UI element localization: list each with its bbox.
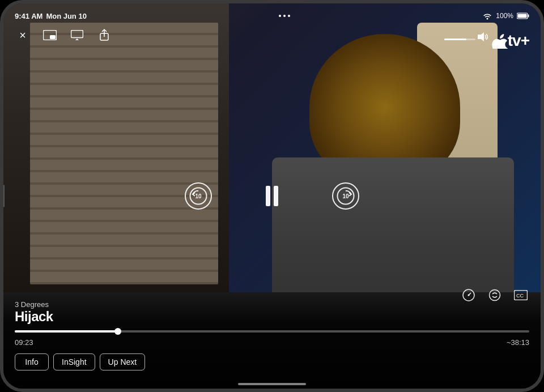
dot-2 — [283, 15, 286, 17]
info-button[interactable]: Info — [15, 353, 49, 370]
progress-fill — [15, 330, 118, 333]
svg-text:10: 10 — [195, 193, 202, 199]
svg-rect-2 — [518, 14, 527, 18]
svg-point-15 — [468, 295, 470, 296]
status-icons: 100% — [482, 12, 529, 20]
audio-icon — [488, 289, 501, 301]
rewind-icon: 10 — [189, 187, 207, 205]
pip-button[interactable] — [42, 27, 58, 43]
volume-button[interactable] — [477, 32, 490, 45]
svg-text:10: 10 — [342, 193, 349, 199]
close-button[interactable]: × — [15, 27, 31, 43]
volume-bar[interactable] — [444, 39, 475, 40]
share-button[interactable] — [96, 27, 112, 43]
time-current: 09:23 — [15, 338, 33, 347]
pause-icon — [266, 186, 278, 206]
home-indicator — [238, 383, 306, 385]
time-labels: 09:23 ~38:13 — [3, 336, 541, 349]
pause-bar-right — [274, 186, 278, 206]
time-row: 09:23 ~38:13 — [3, 336, 541, 349]
forward-icon: 10 — [337, 187, 355, 205]
status-date: Mon Jun 10 — [46, 12, 87, 20]
volume-fill — [444, 39, 466, 40]
status-bar: 9:41 AM Mon Jun 10 100% — [3, 3, 541, 24]
bottom-overlay: 3 Degrees Hijack 09:23 ~38:13 — [3, 293, 541, 389]
time-remaining: ~38:13 — [507, 338, 529, 347]
airplay-button[interactable] — [69, 27, 85, 43]
progress-bar[interactable] — [15, 330, 529, 333]
svg-marker-9 — [478, 32, 484, 41]
bottom-right-controls: CC — [460, 287, 529, 304]
captions-button[interactable]: CC — [512, 287, 529, 304]
wifi-icon — [482, 12, 492, 20]
speed-button[interactable] — [460, 287, 477, 304]
airplay-icon — [71, 30, 83, 40]
share-icon — [99, 29, 110, 41]
pause-bar-left — [266, 186, 270, 206]
rewind-button[interactable]: 10 — [185, 182, 212, 210]
scene-blind — [30, 23, 218, 284]
battery-icon — [517, 12, 529, 19]
speed-icon — [462, 288, 475, 302]
up-next-button[interactable]: Up Next — [100, 353, 146, 370]
battery-percentage: 100% — [496, 12, 513, 20]
pip-icon — [43, 30, 57, 40]
pause-button[interactable] — [257, 181, 287, 211]
svg-text:CC: CC — [516, 293, 524, 299]
svg-marker-6 — [74, 39, 80, 40]
progress-thumb — [114, 328, 121, 335]
show-title: Hijack — [15, 309, 529, 325]
audio-button[interactable] — [486, 287, 503, 304]
dot-1 — [279, 15, 281, 17]
top-controls: × — [3, 27, 541, 43]
status-dots — [279, 15, 290, 17]
appletv-logo: tv+ — [492, 32, 529, 50]
volume-icon — [477, 32, 490, 42]
dot-3 — [288, 15, 290, 17]
svg-point-16 — [490, 290, 500, 301]
side-notch — [2, 185, 5, 207]
action-buttons: Info InSight Up Next — [3, 349, 541, 377]
status-time: 9:41 AM — [15, 12, 42, 20]
progress-container[interactable] — [3, 327, 541, 336]
captions-icon: CC — [514, 290, 528, 300]
forward-button[interactable]: 10 — [332, 182, 359, 210]
appletv-text: tv+ — [508, 32, 529, 50]
apple-icon — [492, 33, 508, 49]
device-frame: 9:41 AM Mon Jun 10 100% × — [0, 0, 544, 392]
top-left-controls: × — [15, 27, 112, 43]
insight-button[interactable]: InSight — [53, 353, 95, 370]
center-controls: 10 10 — [185, 181, 359, 211]
svg-rect-4 — [50, 35, 56, 39]
show-episode: 3 Degrees — [15, 300, 529, 309]
svg-rect-1 — [528, 15, 529, 18]
svg-rect-5 — [71, 31, 83, 38]
